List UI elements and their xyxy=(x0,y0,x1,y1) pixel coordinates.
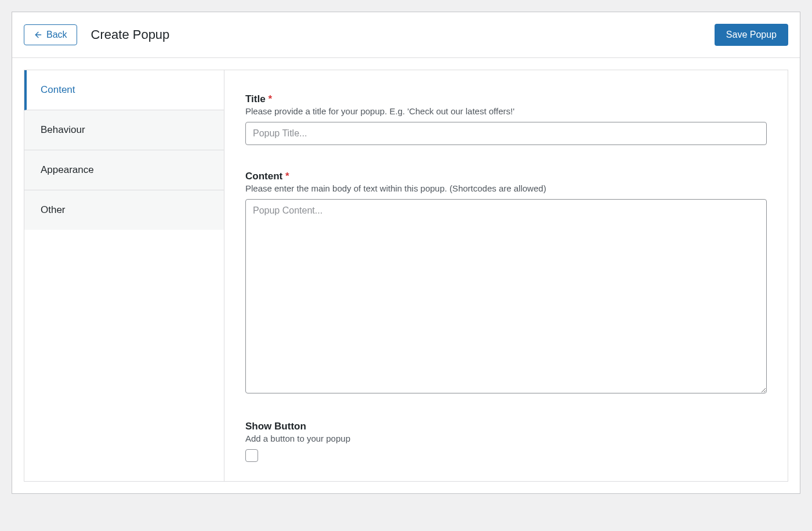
required-mark: * xyxy=(268,93,272,104)
content-textarea[interactable] xyxy=(245,199,767,393)
arrow-left-icon xyxy=(34,30,43,39)
show-button-description: Add a button to your popup xyxy=(245,434,767,443)
title-label-text: Title xyxy=(245,93,266,104)
page-title: Create Popup xyxy=(91,27,170,42)
back-button[interactable]: Back xyxy=(24,24,77,45)
back-button-label: Back xyxy=(46,30,67,40)
save-button[interactable]: Save Popup xyxy=(715,24,788,46)
title-input[interactable] xyxy=(245,122,767,145)
tab-content[interactable]: Content xyxy=(24,70,224,110)
content-description: Please enter the main body of text withi… xyxy=(245,183,767,193)
header-left: Back Create Popup xyxy=(24,24,169,45)
content-pane: Title * Please provide a title for your … xyxy=(224,70,788,482)
popup-editor-panel: Back Create Popup Save Popup Content Beh… xyxy=(12,12,800,494)
content-label: Content * xyxy=(245,171,767,182)
required-mark: * xyxy=(285,171,289,182)
tab-appearance[interactable]: Appearance xyxy=(24,150,224,190)
editor-body: Content Behaviour Appearance Other Title… xyxy=(12,58,800,493)
title-description: Please provide a title for your popup. E… xyxy=(245,106,767,116)
field-show-button: Show Button Add a button to your popup xyxy=(245,421,767,464)
field-content: Content * Please enter the main body of … xyxy=(245,171,767,395)
tab-other[interactable]: Other xyxy=(24,190,224,230)
sidebar-tabs: Content Behaviour Appearance Other xyxy=(24,70,224,482)
header-bar: Back Create Popup Save Popup xyxy=(12,12,800,58)
show-button-label: Show Button xyxy=(245,421,767,432)
field-title: Title * Please provide a title for your … xyxy=(245,93,767,145)
title-label: Title * xyxy=(245,93,767,105)
show-button-checkbox[interactable] xyxy=(245,449,258,462)
content-label-text: Content xyxy=(245,171,282,182)
tab-behaviour[interactable]: Behaviour xyxy=(24,110,224,150)
